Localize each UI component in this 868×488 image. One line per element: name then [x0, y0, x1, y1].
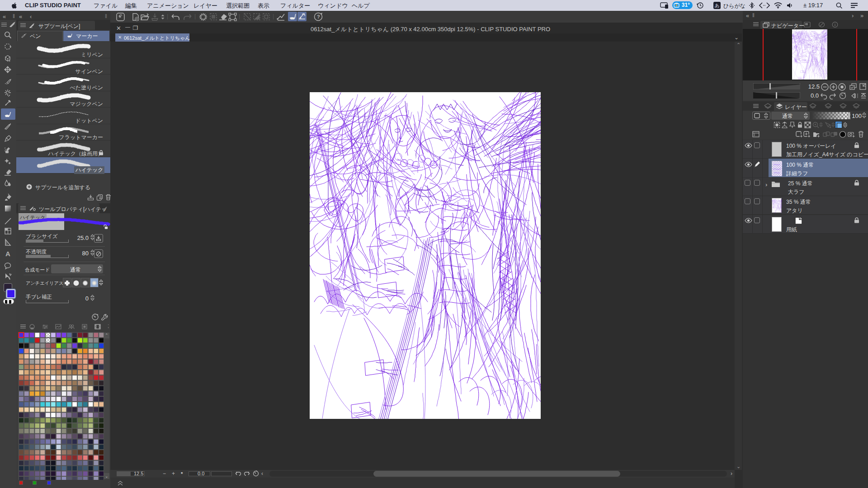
svg-text:?: ? — [317, 14, 320, 19]
svg-text:A: A — [5, 250, 10, 258]
